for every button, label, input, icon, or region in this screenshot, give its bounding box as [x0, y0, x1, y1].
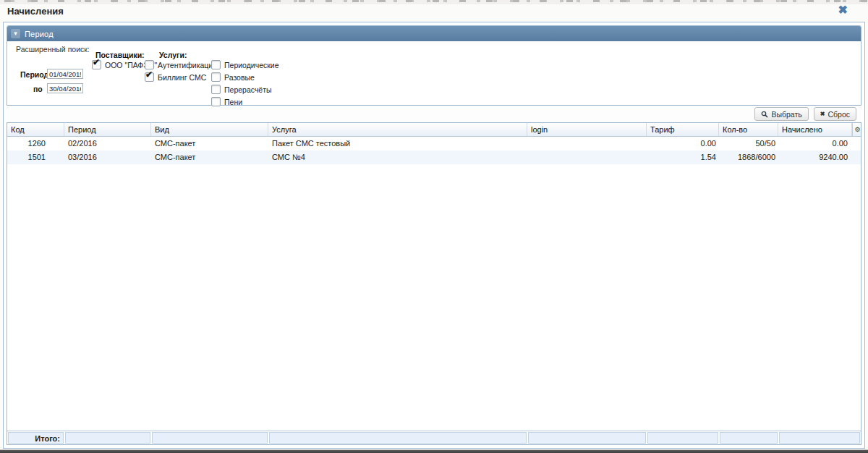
cell-login [527, 137, 647, 151]
close-icon[interactable]: ✖ [838, 4, 848, 17]
grid-summary-row: Итого: [7, 431, 861, 444]
bottom-dark-strip [0, 450, 868, 453]
cell-period: 03/2016 [64, 151, 151, 164]
checkbox-label: Пени [224, 98, 242, 106]
filter-body: Расширенный поиск: Период с по Поставщик… [7, 41, 861, 105]
summary-cell [528, 432, 646, 444]
cell-nachisleno: 0.00 [778, 137, 852, 151]
checkbox-label: Аутентификация [158, 61, 217, 69]
cell-tarif: 0.00 [647, 137, 719, 151]
checkbox-type-onetime[interactable]: ✔ Разовые [211, 72, 255, 82]
grid-header: Код Период Вид Услуга login Тариф Кол-во… [7, 123, 861, 137]
suppliers-label: Поставщики: [95, 51, 145, 59]
select-button-label: Выбрать [771, 110, 801, 119]
cell-kolvo: 50/50 [719, 137, 778, 151]
column-header-kod[interactable]: Код [7, 123, 64, 136]
checkbox-box: ✔ [211, 60, 221, 69]
filter-toolbar: Выбрать ✖ Сброс [7, 106, 861, 122]
summary-total-label: Итого: [8, 432, 64, 444]
select-button[interactable]: Выбрать [754, 107, 808, 121]
period-to-label: по [33, 85, 43, 93]
checkbox-box: ✔ [145, 60, 154, 69]
summary-cell [65, 432, 150, 444]
period-to-input[interactable] [47, 83, 83, 93]
cell-vid: СМС-пакет [151, 151, 268, 164]
cell-login [527, 151, 647, 164]
cell-tarif: 1.54 [647, 151, 719, 164]
summary-cell [152, 432, 268, 444]
column-header-label: Код [11, 125, 25, 134]
grid-body: 1260 02/2016 СМС-пакет Пакет СМС тестовы… [7, 137, 861, 431]
column-header-tarif[interactable]: Тариф [647, 123, 719, 136]
summary-cell [779, 432, 860, 444]
summary-cell [647, 432, 718, 444]
summary-cell [720, 432, 778, 444]
column-settings-button[interactable]: ⚙ [852, 123, 861, 136]
checkbox-box: ✔ [92, 60, 101, 69]
checkbox-label: Разовые [224, 73, 255, 82]
column-header-label: Тариф [650, 125, 675, 134]
column-header-period[interactable]: Период [64, 123, 151, 136]
period-filter-panel: ▾ Период Расширенный поиск: Период с по … [7, 25, 861, 106]
clipped-menu-fragments [0, 0, 868, 2]
check-icon: ✔ [145, 69, 153, 80]
checkbox-service-auth[interactable]: ✔ Аутентификация [145, 60, 217, 69]
column-header-login[interactable]: login [527, 123, 647, 136]
checkbox-box: ✔ [211, 97, 221, 106]
checkbox-label: Биллинг СМС [158, 73, 206, 82]
period-from-input[interactable] [47, 69, 83, 79]
search-icon [761, 111, 768, 118]
collapse-icon[interactable]: ▾ [11, 29, 20, 38]
cell-vid: СМС-пакет [151, 137, 268, 151]
gear-icon: ⚙ [854, 126, 860, 133]
column-header-label: Начислено [782, 125, 822, 134]
table-row[interactable]: 1501 03/2016 СМС-пакет СМС №4 1.54 1868/… [7, 151, 861, 164]
checkbox-service-billing-sms[interactable]: ✔ Биллинг СМС [145, 72, 206, 82]
column-header-label: Вид [155, 125, 169, 134]
cell-kod: 1260 [7, 137, 64, 151]
reset-icon: ✖ [820, 111, 825, 118]
checkbox-box: ✔ [211, 85, 221, 94]
column-header-label: Кол-во [723, 125, 747, 134]
column-header-label: Услуга [272, 125, 297, 134]
checkbox-label: Перерасчёты [224, 85, 272, 94]
cell-usluga: СМС №4 [268, 151, 527, 164]
screen: Начисления ✖ ▾ Период Расширенный поиск:… [0, 0, 868, 453]
checkbox-box: ✔ [211, 72, 221, 82]
checkbox-type-peni[interactable]: ✔ Пени [211, 97, 242, 106]
checkbox-box: ✔ [145, 72, 154, 82]
column-header-label: Период [68, 125, 96, 134]
checkbox-label: Периодические [224, 61, 279, 69]
cell-period: 02/2016 [64, 137, 151, 151]
period-panel-header[interactable]: ▾ Период [7, 26, 861, 41]
clipped-menu-strip [0, 0, 868, 4]
accruals-grid: Код Период Вид Услуга login Тариф Кол-во… [7, 122, 861, 445]
page-title: Начисления [7, 6, 64, 17]
checkbox-type-periodic[interactable]: ✔ Периодические [211, 60, 279, 69]
cell-usluga: Пакет СМС тестовый [268, 137, 527, 151]
reset-button-label: Сброс [827, 110, 850, 119]
table-row[interactable]: 1260 02/2016 СМС-пакет Пакет СМС тестовы… [7, 137, 861, 151]
column-header-nachisleno[interactable]: Начислено [778, 123, 852, 136]
services-label: Услуги: [159, 51, 187, 59]
cell-nachisleno: 9240.00 [778, 151, 852, 164]
checkbox-type-recalc[interactable]: ✔ Перерасчёты [211, 85, 272, 94]
cell-kod: 1501 [7, 151, 64, 164]
summary-cell [269, 432, 527, 444]
accruals-window: ▾ Период Расширенный поиск: Период с по … [3, 22, 865, 449]
column-header-vid[interactable]: Вид [151, 123, 268, 136]
column-header-usluga[interactable]: Услуга [268, 123, 527, 136]
cell-kolvo: 1868/6000 [719, 151, 778, 164]
column-header-label: login [531, 125, 548, 134]
period-panel-title: Период [25, 30, 54, 38]
reset-button[interactable]: ✖ Сброс [814, 107, 856, 121]
check-icon: ✔ [93, 57, 100, 67]
column-header-kolvo[interactable]: Кол-во [719, 123, 778, 136]
advanced-search-label: Расширенный поиск: [16, 45, 90, 54]
